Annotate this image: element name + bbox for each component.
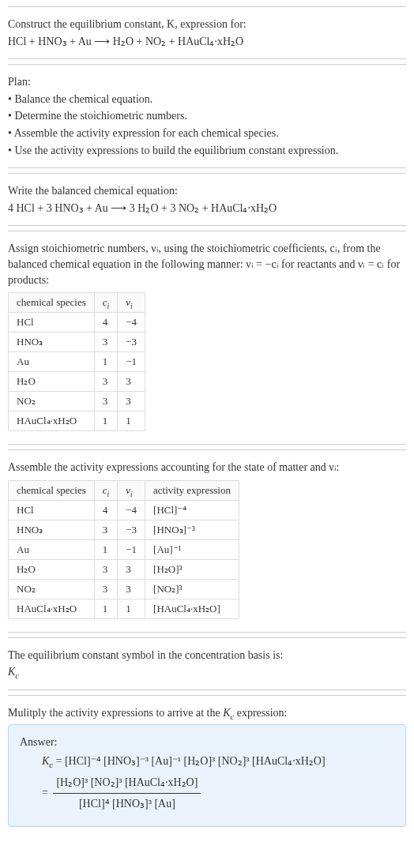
cell-ci: 1 [94, 411, 118, 431]
cell-species: HCl [9, 313, 95, 333]
cell-species: HAuCl₄·xH₂O [9, 599, 95, 618]
table-row: HNO₃3−3 [9, 333, 145, 352]
col-vi: νi [118, 480, 145, 500]
ksymbol-text: The equilibrium constant symbol in the c… [8, 648, 406, 663]
stoich-text: Assign stoichiometric numbers, νᵢ, using… [8, 241, 406, 287]
kc-eq2: = [42, 787, 51, 798]
cell-ci: 3 [94, 579, 118, 599]
cell-activity: [HAuCl₄·xH₂O] [145, 599, 239, 618]
table-row: NO₂33 [9, 392, 145, 411]
cell-ci: 3 [94, 559, 118, 579]
cell-activity: [H₂O]³ [145, 559, 239, 579]
cell-ci: 3 [94, 333, 118, 352]
col-ci: ci [94, 293, 118, 313]
table-row: Au1−1 [9, 352, 145, 372]
answer-box: Answer: Kc = [HCl]⁻⁴ [HNO₃]⁻³ [Au]⁻¹ [H₂… [8, 724, 406, 827]
cell-species: HCl [9, 500, 95, 520]
table-row: HNO₃3−3[HNO₃]⁻³ [9, 520, 239, 539]
cell-ci: 3 [94, 372, 118, 392]
cell-species: NO₂ [9, 579, 95, 599]
table-row: HCl4−4 [9, 313, 145, 333]
plan-item: • Balance the chemical equation. [8, 92, 406, 107]
table-row: H₂O33 [9, 372, 145, 392]
ksymbol-value: Kc [8, 664, 406, 680]
cell-species: Au [9, 352, 95, 372]
balanced-equation: 4 HCl + 3 HNO₃ + Au ⟶ 3 H₂O + 3 NO₂ + HA… [8, 201, 406, 216]
kc-frac-den: [HCl]⁴ [HNO₃]³ [Au] [53, 794, 201, 815]
cell-vi: −3 [118, 520, 145, 539]
answer-label: Answer: [20, 735, 394, 750]
cell-vi: 1 [118, 599, 145, 618]
col-ci: ci [94, 480, 118, 500]
cell-activity: [HCl]⁻⁴ [145, 500, 239, 520]
cell-vi: 3 [118, 559, 145, 579]
kc-lhs: Kc = [42, 755, 65, 767]
table-header-row: chemical species ci νi activity expressi… [9, 480, 239, 500]
cell-vi: 1 [118, 411, 145, 431]
cell-species: HAuCl₄·xH₂O [9, 411, 95, 431]
table-row: HAuCl₄·xH₂O11 [9, 411, 145, 431]
kc-frac-num: [H₂O]³ [NO₂]³ [HAuCl₄·xH₂O] [53, 772, 201, 795]
table-row: NO₂33[NO₂]³ [9, 579, 239, 599]
table-row: H₂O33[H₂O]³ [9, 559, 239, 579]
plan-item: • Determine the stoichiometric numbers. [8, 108, 406, 124]
cell-ci: 3 [94, 392, 118, 411]
table-row: HAuCl₄·xH₂O11[HAuCl₄·xH₂O] [9, 599, 239, 618]
cell-activity: [Au]⁻¹ [145, 539, 239, 559]
activity-text: Assemble the activity expressions accoun… [8, 460, 406, 475]
cell-ci: 4 [94, 313, 118, 333]
cell-vi: 3 [118, 372, 145, 392]
cell-ci: 4 [94, 500, 118, 520]
table-row: Au1−1[Au]⁻¹ [9, 539, 239, 559]
cell-vi: −3 [118, 333, 145, 352]
intro-equation: HCl + HNO₃ + Au ⟶ H₂O + NO₂ + HAuCl₄·xH₂… [8, 34, 406, 50]
balanced-heading: Write the balanced chemical equation: [8, 183, 406, 199]
cell-species: Au [9, 539, 95, 559]
intro-section: Construct the equilibrium constant, K, e… [8, 6, 406, 59]
final-text-span: Mulitply the activity expressions to arr… [8, 707, 287, 719]
kc-fraction: [H₂O]³ [NO₂]³ [HAuCl₄·xH₂O] [HCl]⁴ [HNO₃… [53, 772, 201, 815]
ksymbol-section: The equilibrium constant symbol in the c… [8, 637, 406, 690]
col-activity: activity expression [145, 480, 239, 500]
table-row: HCl4−4[HCl]⁻⁴ [9, 500, 239, 520]
intro-title: Construct the equilibrium constant, K, e… [8, 17, 406, 32]
activity-section: Assemble the activity expressions accoun… [8, 449, 406, 633]
cell-ci: 3 [94, 520, 118, 539]
cell-species: H₂O [9, 559, 95, 579]
balanced-section: Write the balanced chemical equation: 4 … [8, 173, 406, 226]
stoich-table: chemical species ci νi HCl4−4 HNO₃3−3 Au… [8, 292, 145, 431]
cell-vi: −4 [118, 500, 145, 520]
cell-vi: −1 [118, 352, 145, 372]
cell-vi: 3 [118, 392, 145, 411]
plan-item: • Use the activity expressions to build … [8, 143, 406, 159]
cell-ci: 1 [94, 599, 118, 618]
cell-ci: 1 [94, 352, 118, 372]
table-header-row: chemical species ci νi [9, 293, 145, 313]
cell-activity: [HNO₃]⁻³ [145, 520, 239, 539]
cell-vi: −1 [118, 539, 145, 559]
plan-section: Plan: • Balance the chemical equation. •… [8, 64, 406, 168]
col-species: chemical species [9, 293, 95, 313]
cell-species: HNO₃ [9, 333, 95, 352]
cell-ci: 1 [94, 539, 118, 559]
kc-product: [HCl]⁻⁴ [HNO₃]⁻³ [Au]⁻¹ [H₂O]³ [NO₂]³ [H… [65, 755, 326, 767]
plan-item: • Assemble the activity expression for e… [8, 126, 406, 141]
final-section: Mulitply the activity expressions to arr… [8, 695, 406, 835]
activity-table: chemical species ci νi activity expressi… [8, 480, 239, 619]
cell-species: NO₂ [9, 392, 95, 411]
cell-vi: −4 [118, 313, 145, 333]
final-text: Mulitply the activity expressions to arr… [8, 705, 406, 721]
cell-activity: [NO₂]³ [145, 579, 239, 599]
col-vi: νi [118, 293, 145, 313]
col-species: chemical species [9, 480, 95, 500]
cell-species: HNO₃ [9, 520, 95, 539]
plan-heading: Plan: [8, 74, 406, 90]
answer-expression: Kc = [HCl]⁻⁴ [HNO₃]⁻³ [Au]⁻¹ [H₂O]³ [NO₂… [42, 751, 394, 815]
stoich-section: Assign stoichiometric numbers, νᵢ, using… [8, 231, 406, 445]
cell-species: H₂O [9, 372, 95, 392]
cell-vi: 3 [118, 579, 145, 599]
